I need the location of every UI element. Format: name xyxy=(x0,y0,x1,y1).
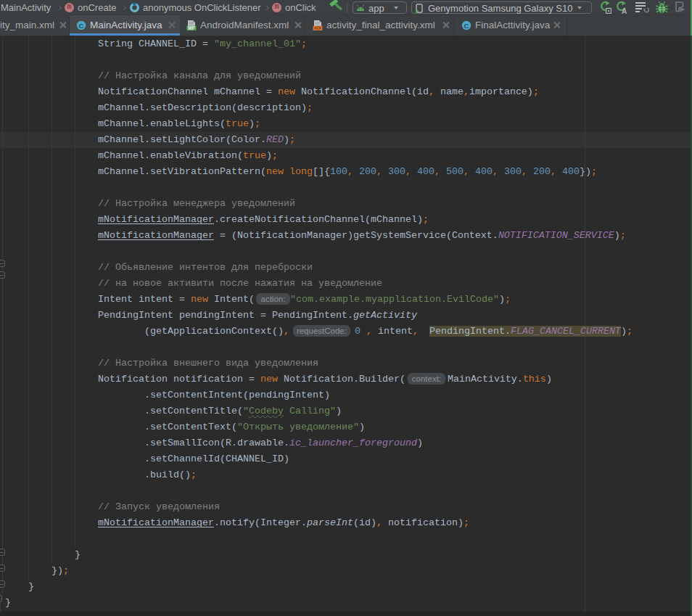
svg-text:MF: MF xyxy=(188,25,194,30)
svg-text:C: C xyxy=(464,22,469,30)
svg-text:A: A xyxy=(622,7,627,15)
svg-text:</>: </> xyxy=(314,25,321,30)
svg-text:C: C xyxy=(79,22,84,30)
